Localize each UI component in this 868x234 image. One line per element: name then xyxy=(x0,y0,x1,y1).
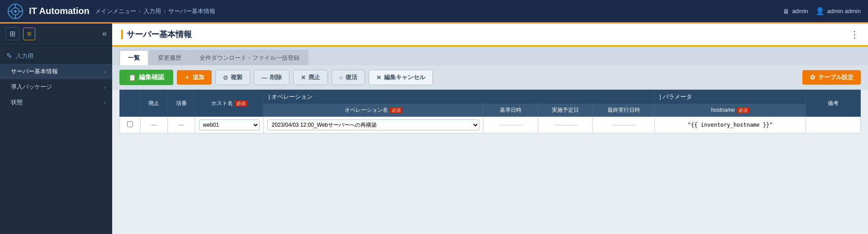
op-name-required-badge: 必須 xyxy=(390,107,403,113)
table-row: — — web01 2023/04/03 12:00_Webサーバーへの再構築 xyxy=(120,117,861,134)
add-button[interactable]: ＋ 追加 xyxy=(177,70,212,85)
row-discard-cell: — xyxy=(140,117,168,134)
th-operation-name: オペレーション名必須 xyxy=(264,104,483,117)
app-header: IT Automation メインメニュー › 入力用 › サーバー基本情報 🖥… xyxy=(0,0,868,24)
sidebar-item-server-basic[interactable]: サーバー基本情報 › xyxy=(0,64,112,79)
breadcrumb-item-3: サーバー基本情報 xyxy=(168,7,215,15)
th-scheduled-date: 実施予定日 xyxy=(538,104,593,117)
th-seq: 項番 xyxy=(168,90,195,117)
table-settings-label: テーブル設定 xyxy=(818,73,854,81)
sidebar: ⊞ ≡ « ✎ 入力用 サーバー基本情報 › 導入パッケージ › 状態 › xyxy=(0,24,112,234)
app-logo-icon xyxy=(7,3,24,19)
sidebar-collapse-btn[interactable]: « xyxy=(102,29,107,38)
hostname-required-badge: 必須 xyxy=(235,100,247,106)
row-last-executed-cell: ────── xyxy=(593,117,655,134)
delete-button[interactable]: — 削除 xyxy=(254,70,289,85)
th-base-date: 基準日時 xyxy=(483,104,538,117)
sidebar-item-label-server: サーバー基本情報 xyxy=(11,67,58,76)
th-remarks: 備考 xyxy=(806,90,860,117)
chevron-icon-server: › xyxy=(104,68,106,75)
cancel-icon: ✕ xyxy=(376,74,381,81)
delete-icon: — xyxy=(261,74,267,81)
cancel-button[interactable]: ✕ 編集キャンセル xyxy=(369,70,433,85)
th-hostname-param: hostname必須 xyxy=(655,104,806,117)
sidebar-list-btn[interactable]: ≡ xyxy=(23,28,35,40)
th-checkbox xyxy=(120,90,141,117)
breadcrumb-sep-1: › xyxy=(139,8,141,14)
table-settings-button[interactable]: ⚙ テーブル設定 xyxy=(802,70,861,85)
page-options-button[interactable]: ⋮ xyxy=(850,29,859,40)
row-operation-name-cell[interactable]: 2023/04/03 12:00_Webサーバーへの再構築 xyxy=(264,117,483,134)
main-layout: ⊞ ≡ « ✎ 入力用 サーバー基本情報 › 導入パッケージ › 状態 › xyxy=(0,24,868,234)
chevron-icon-package: › xyxy=(104,84,106,91)
restore-button[interactable]: ○ 復活 xyxy=(332,70,365,85)
hostname-param-required-badge: 必須 xyxy=(737,107,749,113)
add-label: 追加 xyxy=(193,73,204,81)
svg-point-6 xyxy=(14,10,17,13)
sidebar-section-input: ✎ 入力用 サーバー基本情報 › 導入パッケージ › 状態 › xyxy=(0,44,112,114)
page-header: サーバー基本情報 ⋮ xyxy=(112,24,868,47)
sidebar-section-header: ✎ 入力用 xyxy=(0,48,112,64)
hostname-param-value: "{{ inventory_hostname }}" xyxy=(688,122,773,128)
sidebar-grid-btn[interactable]: ⊞ xyxy=(5,27,19,40)
table-container: 廃止 項番 ホスト名必須 オペレーション パラメータ 備考 オペレーション名必須 xyxy=(112,90,868,141)
discard-icon: ✕ xyxy=(301,74,306,81)
restore-icon: ○ xyxy=(339,74,343,81)
row-scheduled-date-cell: ────── xyxy=(538,117,593,134)
copy-label: 複製 xyxy=(231,73,242,81)
chevron-icon-status: › xyxy=(104,99,106,106)
discard-button[interactable]: ✕ 廃止 xyxy=(293,70,328,85)
sidebar-item-status[interactable]: 状態 › xyxy=(0,95,112,110)
add-icon: ＋ xyxy=(184,73,190,81)
toolbar: 📋 編集確認 ＋ 追加 ⊙ 複製 — 削除 ✕ 廃止 ○ 復活 xyxy=(112,65,868,90)
gear-icon: ⚙ xyxy=(810,74,816,81)
admin-label: admin xyxy=(792,8,808,14)
discard-label: 廃止 xyxy=(308,73,320,81)
header-user-area[interactable]: 👤 admin admin xyxy=(816,7,861,15)
th-parameter-section: パラメータ xyxy=(655,90,806,104)
page-title: サーバー基本情報 xyxy=(127,29,192,40)
input-section-icon: ✎ xyxy=(6,52,12,60)
admin-icon: 🖥 xyxy=(783,8,789,15)
breadcrumb: メインメニュー › 入力用 › サーバー基本情報 xyxy=(95,7,216,15)
th-last-executed: 最終実行日時 xyxy=(593,104,655,117)
operation-name-select[interactable]: 2023/04/03 12:00_Webサーバーへの再構築 xyxy=(267,119,479,130)
app-title: IT Automation xyxy=(29,6,90,16)
header-admin-icon-area[interactable]: 🖥 admin xyxy=(783,8,808,15)
page-title-area: サーバー基本情報 xyxy=(121,29,192,40)
copy-icon: ⊙ xyxy=(223,74,228,81)
th-discard: 廃止 xyxy=(140,90,168,117)
cancel-label: 編集キャンセル xyxy=(384,73,425,81)
row-checkbox-cell[interactable] xyxy=(120,117,141,134)
table-header-row1: 廃止 項番 ホスト名必須 オペレーション パラメータ 備考 xyxy=(120,90,861,104)
tab-list[interactable]: 一覧 xyxy=(119,50,148,65)
breadcrumb-item-1[interactable]: メインメニュー xyxy=(95,7,136,15)
confirm-button[interactable]: 📋 編集確認 xyxy=(119,70,173,85)
header-right: 🖥 admin 👤 admin admin xyxy=(783,7,861,15)
hostname-select[interactable]: web01 xyxy=(199,119,260,130)
row-hostname-param-cell[interactable]: "{{ inventory_hostname }}" xyxy=(655,117,806,134)
tab-bar: 一覧 変更履歴 全件ダウンロード・ファイル一括登録 xyxy=(112,47,868,65)
user-label: admin admin xyxy=(827,8,861,14)
sidebar-item-label-status: 状態 xyxy=(11,98,23,106)
sidebar-section-label: 入力用 xyxy=(16,52,33,60)
user-icon: 👤 xyxy=(816,7,825,15)
copy-button[interactable]: ⊙ 複製 xyxy=(215,70,250,85)
row-remarks-cell[interactable] xyxy=(806,117,860,134)
tab-download[interactable]: 全件ダウンロード・ファイル一括登録 xyxy=(191,50,308,65)
sidebar-item-label-package: 導入パッケージ xyxy=(11,83,52,91)
row-base-date-cell: ────── xyxy=(483,117,538,134)
th-operation-section: オペレーション xyxy=(264,90,655,104)
data-table: 廃止 項番 ホスト名必須 オペレーション パラメータ 備考 オペレーション名必須 xyxy=(119,90,861,134)
confirm-label: 編集確認 xyxy=(139,73,164,81)
breadcrumb-item-2[interactable]: 入力用 xyxy=(143,7,161,15)
delete-label: 削除 xyxy=(270,73,282,81)
tab-history[interactable]: 変更履歴 xyxy=(149,50,190,65)
confirm-icon: 📋 xyxy=(128,74,136,81)
row-seq-cell: — xyxy=(168,117,195,134)
row-hostname-cell[interactable]: web01 xyxy=(195,117,264,134)
th-hostname: ホスト名必須 xyxy=(195,90,264,117)
main-content: サーバー基本情報 ⋮ 一覧 変更履歴 全件ダウンロード・ファイル一括登録 📋 編… xyxy=(112,24,868,234)
sidebar-item-package[interactable]: 導入パッケージ › xyxy=(0,79,112,95)
row-checkbox[interactable] xyxy=(127,121,133,127)
